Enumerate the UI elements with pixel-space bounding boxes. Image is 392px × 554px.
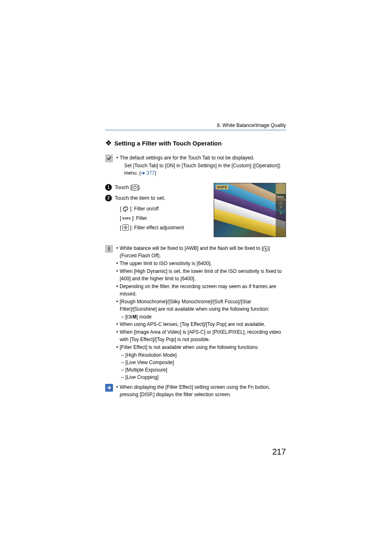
step-1: 1 Touch []. [105, 183, 209, 192]
svg-point-4 [125, 207, 126, 208]
svg-rect-17 [127, 316, 130, 318]
touch-tab-palette[interactable] [276, 183, 286, 194]
limitation-5: [Rough Monochrome]/[Silky Monochrome]/[S… [120, 298, 286, 313]
page-link-377[interactable]: 377 [146, 170, 154, 176]
preview-filter-badge: EXPS [216, 185, 228, 189]
limitation-1a: White balance will be fixed to [AWB] and… [120, 245, 263, 251]
step-number-2: 2 [105, 195, 112, 201]
step-2: 2 Touch the item to set. [105, 194, 209, 203]
step2-text: Touch the item to set. [115, 194, 209, 203]
limitation-2: The upper limit to ISO sensitivity is [6… [120, 260, 212, 267]
arrow-right-icon [105, 384, 113, 392]
info-icon [105, 245, 113, 253]
limitation-3: When [High Dynamic] is set, the lower li… [120, 268, 286, 282]
limitation-8-sub4: – [Live Cropping] [116, 374, 286, 381]
note1-line2c: ) [154, 170, 156, 176]
step-number-1: 1 [105, 184, 112, 191]
note1-line2b: menu. ( [124, 170, 141, 176]
limitation-5-sub1: – [M] mode [116, 313, 286, 321]
svg-point-13 [280, 207, 281, 207]
section-title-text: Setting a Filter with Touch Operation [114, 140, 221, 147]
camera-preview: EXPS EXPS [214, 183, 286, 237]
svg-point-3 [124, 208, 125, 209]
limitation-6: When using APS-C lenses, [Toy Effect]/[T… [120, 321, 265, 328]
limitation-8-sub2: – [Live View Composite] [116, 359, 286, 366]
tip-note: •When displaying the [Filter Effect] set… [105, 383, 286, 399]
exps-label: EXPS [122, 216, 131, 221]
limitation-4: Depending on the filter, the recording s… [120, 283, 286, 298]
limitations-note: •White balance will be fixed to [AWB] an… [105, 245, 286, 381]
svg-point-9 [279, 188, 280, 189]
diamond-icon: ❖ [105, 139, 112, 147]
svg-point-11 [281, 187, 282, 188]
svg-point-0 [134, 187, 134, 187]
flash-off-icon [263, 246, 268, 252]
bullet: • [116, 154, 118, 177]
check-icon [105, 155, 113, 162]
palette-icon [132, 185, 138, 191]
touch-tab-slot[interactable] [276, 217, 286, 230]
svg-rect-14 [108, 247, 109, 249]
breadcrumb: 8. White Balance/Image Quality [105, 122, 286, 130]
svg-point-8 [125, 227, 126, 228]
limitation-8: [Filter Effect] is not available when us… [120, 344, 259, 351]
note1-line1: The default settings are for the Touch T… [120, 155, 254, 161]
prerequisite-note: • The default settings are for the Touch… [105, 154, 286, 177]
section-heading: ❖ Setting a Filter with Touch Operation [105, 139, 286, 147]
tip-text: When displaying the [Filter Effect] sett… [120, 383, 286, 398]
link-arrow-icon: ➜ [141, 170, 146, 176]
svg-point-1 [134, 186, 135, 187]
palette-icon [122, 206, 129, 212]
limitation-8-sub1: – [High Resolution Mode] [116, 351, 286, 359]
touch-tab-exps[interactable]: EXPS [276, 194, 286, 201]
step1-text-b: ]. [138, 184, 141, 190]
video-m-mode-icon: M [127, 313, 136, 321]
legend-filter: [ EXPS ]: Filter [120, 214, 209, 223]
legend-filter-onoff: [ ]: Filter on/off [120, 204, 209, 214]
page-number: 217 [272, 447, 286, 457]
step1-text-a: Touch [ [115, 184, 132, 190]
touch-tab-slot[interactable] [276, 210, 286, 217]
touch-tab-selected[interactable] [276, 201, 286, 210]
adjust-icon [122, 224, 129, 231]
limitation-7: When [Image Area of Video] is [APS-C] or… [120, 328, 286, 343]
touch-tab-slot[interactable] [276, 230, 286, 237]
svg-point-2 [135, 187, 136, 187]
svg-point-5 [126, 208, 127, 208]
legend-filter-adjust: [ ]: Filter effect adjustment [120, 223, 209, 233]
limitation-8-sub3: – [Multiple Exposure] [116, 366, 286, 374]
note1-line2a: Set [Touch Tab] to [ON] in [Touch Settin… [124, 163, 280, 169]
svg-point-10 [280, 187, 281, 187]
svg-point-15 [108, 250, 109, 251]
